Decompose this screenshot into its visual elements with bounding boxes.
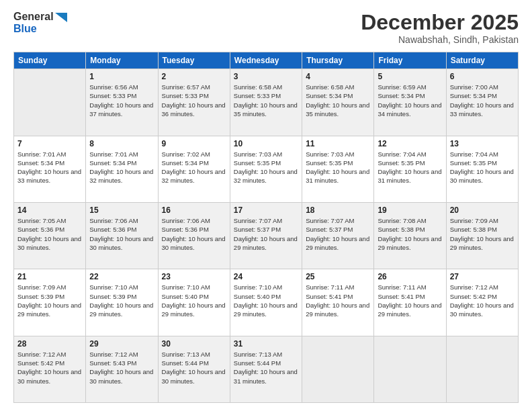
calendar-day-cell: 24 Sunrise: 7:10 AM Sunset: 5:40 PM Dayl… <box>230 269 302 336</box>
day-info: Sunrise: 7:10 AM Sunset: 5:40 PM Dayligh… <box>234 283 298 318</box>
calendar-week-row: 28 Sunrise: 7:12 AM Sunset: 5:42 PM Dayl… <box>14 336 519 402</box>
day-info: Sunrise: 7:10 AM Sunset: 5:40 PM Dayligh… <box>162 283 226 318</box>
weekday-header-sunday: Sunday <box>14 52 86 69</box>
title-block: December 2025 Nawabshah, Sindh, Pakistan <box>361 11 519 45</box>
day-number: 9 <box>162 139 226 148</box>
page-title: December 2025 <box>361 11 519 34</box>
day-info: Sunrise: 7:09 AM Sunset: 5:39 PM Dayligh… <box>17 283 82 318</box>
weekday-header-saturday: Saturday <box>446 52 518 69</box>
weekday-header-monday: Monday <box>86 52 158 69</box>
day-info: Sunrise: 7:13 AM Sunset: 5:44 PM Dayligh… <box>234 350 298 385</box>
day-info: Sunrise: 7:02 AM Sunset: 5:34 PM Dayligh… <box>162 150 226 185</box>
calendar-day-cell: 23 Sunrise: 7:10 AM Sunset: 5:40 PM Dayl… <box>158 269 230 336</box>
day-number: 31 <box>234 339 298 349</box>
calendar-day-cell <box>14 69 86 136</box>
day-number: 4 <box>306 72 370 81</box>
day-info: Sunrise: 7:07 AM Sunset: 5:37 PM Dayligh… <box>306 216 370 252</box>
logo-general: General <box>13 11 67 23</box>
calendar-table: SundayMondayTuesdayWednesdayThursdayFrid… <box>13 52 519 403</box>
day-info: Sunrise: 7:01 AM Sunset: 5:34 PM Dayligh… <box>17 150 82 185</box>
calendar-day-cell: 11 Sunrise: 7:03 AM Sunset: 5:35 PM Dayl… <box>302 136 374 202</box>
day-info: Sunrise: 6:58 AM Sunset: 5:34 PM Dayligh… <box>306 83 370 118</box>
calendar-week-row: 1 Sunrise: 6:56 AM Sunset: 5:33 PM Dayli… <box>14 69 519 136</box>
day-info: Sunrise: 7:08 AM Sunset: 5:38 PM Dayligh… <box>378 216 442 252</box>
day-number: 5 <box>378 72 442 81</box>
day-info: Sunrise: 7:11 AM Sunset: 5:41 PM Dayligh… <box>378 283 442 318</box>
calendar-day-cell: 22 Sunrise: 7:10 AM Sunset: 5:39 PM Dayl… <box>86 269 158 336</box>
day-info: Sunrise: 7:03 AM Sunset: 5:35 PM Dayligh… <box>306 150 370 185</box>
day-number: 25 <box>306 272 370 281</box>
day-info: Sunrise: 7:09 AM Sunset: 5:38 PM Dayligh… <box>450 216 515 252</box>
day-number: 27 <box>450 272 515 281</box>
day-number: 7 <box>17 139 82 148</box>
calendar-day-cell: 27 Sunrise: 7:12 AM Sunset: 5:42 PM Dayl… <box>446 269 518 336</box>
day-number: 6 <box>450 72 515 81</box>
calendar-week-row: 21 Sunrise: 7:09 AM Sunset: 5:39 PM Dayl… <box>14 269 519 336</box>
calendar-day-cell: 29 Sunrise: 7:12 AM Sunset: 5:43 PM Dayl… <box>86 336 158 402</box>
calendar-day-cell: 9 Sunrise: 7:02 AM Sunset: 5:34 PM Dayli… <box>158 136 230 202</box>
calendar-day-cell <box>374 336 446 402</box>
calendar-day-cell: 1 Sunrise: 6:56 AM Sunset: 5:33 PM Dayli… <box>86 69 158 136</box>
calendar-day-cell: 19 Sunrise: 7:08 AM Sunset: 5:38 PM Dayl… <box>374 202 446 269</box>
day-number: 16 <box>162 205 226 215</box>
day-info: Sunrise: 7:00 AM Sunset: 5:34 PM Dayligh… <box>450 83 515 118</box>
day-info: Sunrise: 7:12 AM Sunset: 5:42 PM Dayligh… <box>17 350 82 385</box>
day-number: 3 <box>234 72 298 81</box>
logo-blue: Blue <box>13 23 67 35</box>
calendar-header-row: SundayMondayTuesdayWednesdayThursdayFrid… <box>14 52 519 69</box>
calendar-day-cell: 6 Sunrise: 7:00 AM Sunset: 5:34 PM Dayli… <box>446 69 518 136</box>
day-info: Sunrise: 7:07 AM Sunset: 5:37 PM Dayligh… <box>234 216 298 252</box>
header: General Blue December 2025 Nawabshah, Si… <box>13 11 519 45</box>
day-info: Sunrise: 7:06 AM Sunset: 5:36 PM Dayligh… <box>162 216 226 252</box>
day-number: 28 <box>17 339 82 349</box>
calendar-day-cell: 21 Sunrise: 7:09 AM Sunset: 5:39 PM Dayl… <box>14 269 86 336</box>
day-info: Sunrise: 7:10 AM Sunset: 5:39 PM Dayligh… <box>89 283 154 318</box>
day-info: Sunrise: 7:11 AM Sunset: 5:41 PM Dayligh… <box>306 283 370 318</box>
day-number: 17 <box>234 205 298 215</box>
day-info: Sunrise: 6:59 AM Sunset: 5:34 PM Dayligh… <box>378 83 442 118</box>
day-info: Sunrise: 7:06 AM Sunset: 5:36 PM Dayligh… <box>89 216 154 252</box>
calendar-day-cell: 18 Sunrise: 7:07 AM Sunset: 5:37 PM Dayl… <box>302 202 374 269</box>
calendar-day-cell: 14 Sunrise: 7:05 AM Sunset: 5:36 PM Dayl… <box>14 202 86 269</box>
calendar-day-cell: 7 Sunrise: 7:01 AM Sunset: 5:34 PM Dayli… <box>14 136 86 202</box>
calendar-day-cell: 8 Sunrise: 7:01 AM Sunset: 5:34 PM Dayli… <box>86 136 158 202</box>
day-info: Sunrise: 6:57 AM Sunset: 5:33 PM Dayligh… <box>162 83 226 118</box>
day-info: Sunrise: 7:05 AM Sunset: 5:36 PM Dayligh… <box>17 216 82 252</box>
day-info: Sunrise: 6:58 AM Sunset: 5:33 PM Dayligh… <box>234 83 298 118</box>
day-number: 21 <box>17 272 82 281</box>
day-info: Sunrise: 7:04 AM Sunset: 5:35 PM Dayligh… <box>450 150 515 185</box>
day-number: 29 <box>89 339 154 349</box>
calendar-day-cell: 3 Sunrise: 6:58 AM Sunset: 5:33 PM Dayli… <box>230 69 302 136</box>
calendar-day-cell: 28 Sunrise: 7:12 AM Sunset: 5:42 PM Dayl… <box>14 336 86 402</box>
day-number: 19 <box>378 205 442 215</box>
day-info: Sunrise: 7:13 AM Sunset: 5:44 PM Dayligh… <box>162 350 226 385</box>
day-number: 2 <box>162 72 226 81</box>
day-number: 1 <box>89 72 154 81</box>
svg-marker-0 <box>55 13 67 22</box>
weekday-header-tuesday: Tuesday <box>158 52 230 69</box>
day-number: 15 <box>89 205 154 215</box>
calendar-day-cell: 13 Sunrise: 7:04 AM Sunset: 5:35 PM Dayl… <box>446 136 518 202</box>
day-number: 23 <box>162 272 226 281</box>
calendar-day-cell <box>302 336 374 402</box>
calendar-day-cell: 2 Sunrise: 6:57 AM Sunset: 5:33 PM Dayli… <box>158 69 230 136</box>
day-number: 22 <box>89 272 154 281</box>
day-info: Sunrise: 7:04 AM Sunset: 5:35 PM Dayligh… <box>378 150 442 185</box>
day-info: Sunrise: 7:01 AM Sunset: 5:34 PM Dayligh… <box>89 150 154 185</box>
day-number: 13 <box>450 139 515 148</box>
calendar-day-cell: 25 Sunrise: 7:11 AM Sunset: 5:41 PM Dayl… <box>302 269 374 336</box>
day-number: 8 <box>89 139 154 148</box>
calendar-day-cell: 10 Sunrise: 7:03 AM Sunset: 5:35 PM Dayl… <box>230 136 302 202</box>
day-number: 30 <box>162 339 226 349</box>
day-number: 11 <box>306 139 370 148</box>
calendar-day-cell: 17 Sunrise: 7:07 AM Sunset: 5:37 PM Dayl… <box>230 202 302 269</box>
calendar-week-row: 14 Sunrise: 7:05 AM Sunset: 5:36 PM Dayl… <box>14 202 519 269</box>
day-number: 14 <box>17 205 82 215</box>
day-info: Sunrise: 6:56 AM Sunset: 5:33 PM Dayligh… <box>89 83 154 118</box>
page: General Blue December 2025 Nawabshah, Si… <box>0 0 532 411</box>
page-subtitle: Nawabshah, Sindh, Pakistan <box>361 34 519 45</box>
weekday-header-wednesday: Wednesday <box>230 52 302 69</box>
weekday-header-thursday: Thursday <box>302 52 374 69</box>
calendar-day-cell: 12 Sunrise: 7:04 AM Sunset: 5:35 PM Dayl… <box>374 136 446 202</box>
day-number: 26 <box>378 272 442 281</box>
